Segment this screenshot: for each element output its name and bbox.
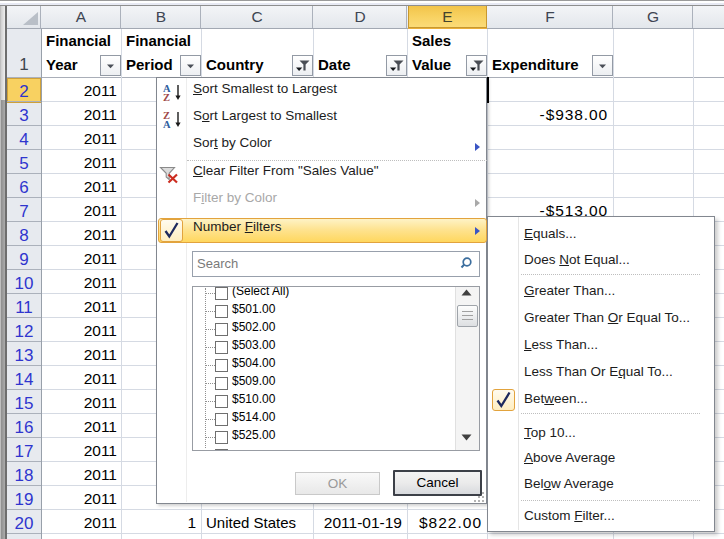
- svg-text:Z: Z: [163, 92, 170, 102]
- svg-text:A: A: [163, 119, 171, 129]
